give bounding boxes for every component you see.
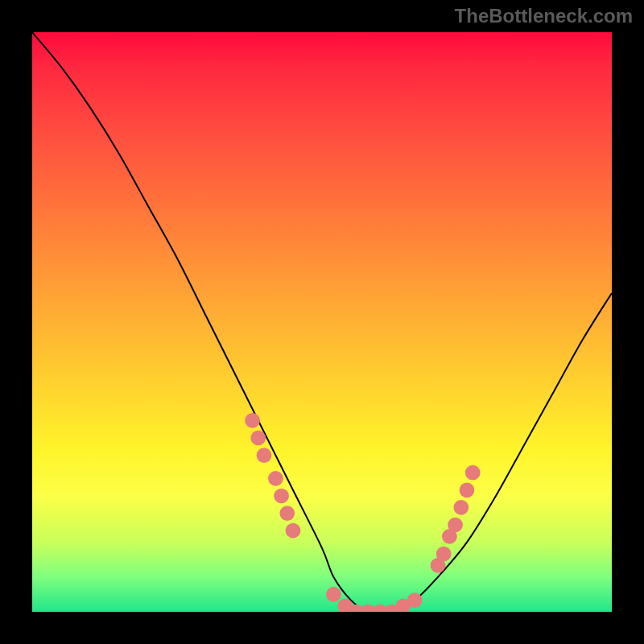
data-dot bbox=[453, 500, 469, 515]
data-dot bbox=[245, 413, 260, 428]
watermark-text: TheBottleneck.com bbox=[455, 5, 633, 27]
data-dot bbox=[465, 465, 481, 481]
data-dot bbox=[268, 471, 283, 486]
data-dot bbox=[407, 592, 423, 608]
data-dot bbox=[257, 448, 272, 463]
plot-area bbox=[32, 32, 612, 612]
data-dot bbox=[326, 587, 341, 602]
data-dot bbox=[448, 518, 463, 533]
data-dot bbox=[436, 547, 452, 562]
dots-layer bbox=[32, 32, 612, 612]
data-dot bbox=[286, 523, 301, 539]
data-dots bbox=[245, 413, 480, 612]
data-dot bbox=[274, 489, 289, 504]
data-dot bbox=[279, 506, 295, 521]
data-dot bbox=[250, 431, 266, 446]
data-dot bbox=[460, 482, 475, 497]
